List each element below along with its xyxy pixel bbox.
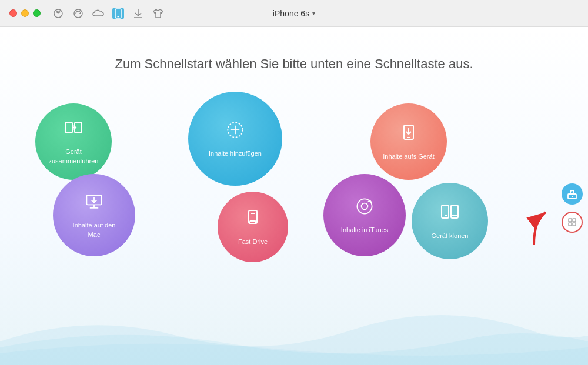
minimize-button[interactable] (21, 9, 29, 17)
download-icon[interactable] (132, 8, 144, 19)
to-device-button[interactable]: Inhalte aufs Gerät (370, 103, 447, 180)
add-content-button[interactable]: Inhalte hinzufügen (188, 92, 282, 186)
itunes-button[interactable]: Inhalte in iTunes (323, 174, 406, 256)
grid-button[interactable] (562, 212, 583, 233)
clone-label: Gerät klonen (432, 232, 469, 240)
svg-rect-27 (569, 223, 572, 226)
svg-rect-26 (573, 219, 576, 222)
clone-button[interactable]: Gerät klonen (412, 183, 488, 259)
svg-point-1 (74, 9, 82, 18)
itunes-icon (354, 196, 375, 222)
to-device-label: Inhalte aufs Gerät (383, 152, 434, 161)
to-mac-button[interactable]: Inhalte auf den Mac (53, 174, 135, 256)
device-name-display[interactable]: iPhone 6s ▾ (273, 9, 315, 18)
add-icon (225, 119, 246, 146)
svg-rect-28 (573, 223, 576, 226)
svg-rect-25 (569, 219, 572, 222)
shirt-icon[interactable] (152, 8, 164, 19)
close-button[interactable] (9, 9, 17, 17)
clone-icon (439, 202, 460, 228)
itunes-label: Inhalte in iTunes (341, 226, 388, 235)
rotate-icon[interactable] (72, 8, 84, 19)
fast-drive-icon (242, 207, 263, 234)
note-icon[interactable] (52, 8, 64, 19)
merge-icon (63, 118, 84, 144)
main-content: Zum Schnellstart wählen Sie bitte unten … (0, 27, 588, 365)
traffic-lights (9, 9, 41, 17)
svg-rect-6 (65, 122, 72, 133)
right-panel (556, 54, 588, 365)
svg-point-18 (362, 203, 368, 209)
arrow-indicator (516, 203, 552, 253)
headline: Zum Schnellstart wählen Sie bitte unten … (0, 27, 588, 72)
to-mac-label: Inhalte auf den Mac (68, 221, 121, 239)
toolbar-icons (52, 8, 164, 19)
to-mac-icon (83, 191, 105, 217)
add-label: Inhalte hinzufügen (209, 149, 262, 158)
merge-label: Gerätzusammenführen (49, 148, 99, 166)
circles-container: Gerätzusammenführen Inhalte hinzufügen (18, 92, 553, 365)
svg-rect-15 (250, 221, 256, 223)
maximize-button[interactable] (33, 9, 41, 17)
fast-drive-button[interactable]: Fast Drive (218, 192, 288, 262)
cloud-icon[interactable] (92, 8, 104, 19)
toolbox-button[interactable] (562, 183, 583, 205)
dropdown-arrow-icon: ▾ (312, 10, 315, 16)
merge-button[interactable]: Gerätzusammenführen (35, 103, 112, 180)
titlebar: iPhone 6s ▾ (0, 0, 588, 27)
to-device-icon (398, 122, 419, 149)
device-icon[interactable] (112, 8, 124, 19)
fast-drive-label: Fast Drive (238, 237, 268, 246)
device-name-label: iPhone 6s (273, 9, 309, 18)
